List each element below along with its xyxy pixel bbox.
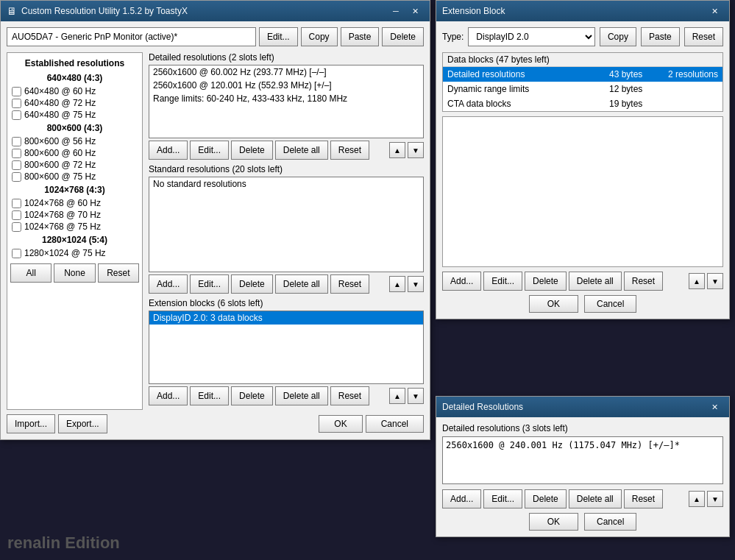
standard-resolutions-title: Standard resolutions (20 slots left): [149, 164, 424, 174]
extension-delete-button[interactable]: Delete: [231, 386, 273, 405]
detailed-delete-all-button[interactable]: Delete all: [275, 141, 328, 160]
checkbox-1024-60[interactable]: [12, 199, 21, 208]
standard-down-button[interactable]: ▼: [408, 276, 424, 292]
ext-copy-button[interactable]: Copy: [600, 27, 636, 46]
minimize-button[interactable]: ─: [387, 4, 405, 18]
detail-reset-button[interactable]: Reset: [624, 489, 663, 508]
detailed-down-button[interactable]: ▼: [408, 142, 424, 158]
main-cancel-button[interactable]: Cancel: [366, 415, 424, 433]
list-item[interactable]: Range limits: 60-240 Hz, 433-433 kHz, 11…: [149, 92, 423, 105]
checkbox-640-72[interactable]: [12, 99, 21, 108]
close-button[interactable]: ✕: [406, 4, 424, 18]
list-item: 1024×768 @ 60 Hz: [10, 197, 139, 209]
ext-close-button[interactable]: ✕: [706, 4, 723, 18]
extension-blocks-title: Extension blocks (6 slots left): [149, 298, 424, 308]
list-item: 1024×768 @ 70 Hz: [10, 209, 139, 221]
none-button[interactable]: None: [54, 263, 95, 283]
detailed-reset-button[interactable]: Reset: [330, 141, 369, 160]
all-button[interactable]: All: [10, 263, 52, 283]
extension-up-button[interactable]: ▲: [389, 388, 405, 404]
ext-blocks-delete-all-button[interactable]: Delete all: [569, 272, 622, 291]
detail-subtitle: Detailed resolutions (3 slots left): [442, 423, 723, 433]
delete-monitor-button[interactable]: Delete: [382, 27, 424, 46]
detail-edit-button[interactable]: Edit...: [483, 489, 522, 508]
list-item[interactable]: 2560x1600 @ 120.001 Hz (552.93 MHz) [+/–…: [149, 79, 423, 92]
standard-delete-button[interactable]: Delete: [231, 274, 273, 294]
ext-blocks-reset-button[interactable]: Reset: [624, 272, 663, 291]
reset-established-button[interactable]: Reset: [98, 263, 139, 283]
detail-title-bar: Detailed Resolutions ✕: [436, 397, 729, 417]
standard-edit-button[interactable]: Edit...: [190, 274, 229, 294]
paste-monitor-button[interactable]: Paste: [341, 27, 380, 46]
ext-paste-button[interactable]: Paste: [641, 27, 680, 46]
import-button[interactable]: Import...: [7, 414, 55, 433]
detailed-delete-button[interactable]: Delete: [231, 141, 273, 160]
detail-down-button[interactable]: ▼: [707, 491, 723, 507]
checkbox-800-75[interactable]: [12, 172, 21, 182]
res-label: 1280×1024 @ 75 Hz: [24, 248, 106, 258]
detail-ok-button[interactable]: OK: [529, 513, 578, 531]
ext-blocks-up-button[interactable]: ▲: [689, 273, 705, 289]
detail-delete-button[interactable]: Delete: [525, 489, 567, 508]
extension-add-button[interactable]: Add...: [149, 386, 188, 405]
checkbox-800-60[interactable]: [12, 149, 21, 158]
detailed-add-button[interactable]: Add...: [149, 141, 188, 160]
standard-reset-button[interactable]: Reset: [330, 274, 369, 294]
checkbox-1024-75[interactable]: [12, 222, 21, 232]
checkbox-1024-70[interactable]: [12, 210, 21, 220]
ext-ok-button[interactable]: OK: [529, 295, 578, 313]
list-item[interactable]: Detailed resolutions 43 bytes 2 resoluti…: [443, 67, 722, 82]
list-item[interactable]: CTA data blocks 19 bytes: [443, 96, 722, 111]
checkbox-640-60[interactable]: [12, 87, 21, 96]
ext-cancel-button[interactable]: Cancel: [584, 295, 636, 313]
detailed-edit-button[interactable]: Edit...: [190, 141, 229, 160]
extension-blocks-listbox[interactable]: DisplayID 2.0: 3 data blocks: [149, 311, 424, 384]
list-item[interactable]: Dynamic range limits 12 bytes: [443, 82, 722, 96]
ext-blocks-delete-button[interactable]: Delete: [525, 272, 567, 291]
standard-up-button[interactable]: ▲: [389, 276, 405, 292]
checkbox-800-56[interactable]: [12, 137, 21, 146]
background-text: renalin Edition: [7, 534, 120, 553]
export-button[interactable]: Export...: [58, 414, 107, 433]
checkbox-1280-75[interactable]: [12, 249, 21, 258]
res-label: 800×600 @ 75 Hz: [24, 171, 96, 182]
checkbox-640-75[interactable]: [12, 110, 21, 120]
list-item[interactable]: 2560x1600 @ 60.002 Hz (293.77 MHz) [–/–]: [149, 65, 423, 79]
standard-resolutions-listbox[interactable]: No standard resolutions: [149, 177, 424, 272]
standard-delete-all-button[interactable]: Delete all: [275, 274, 328, 294]
copy-monitor-button[interactable]: Copy: [301, 27, 338, 46]
extension-down-button[interactable]: ▼: [408, 388, 424, 404]
extension-edit-button[interactable]: Edit...: [190, 386, 229, 405]
list-item[interactable]: No standard resolutions: [149, 177, 423, 191]
data-blocks-list: Detailed resolutions 43 bytes 2 resoluti…: [443, 67, 722, 111]
detailed-resolutions-listbox[interactable]: 2560x1600 @ 60.002 Hz (293.77 MHz) [–/–]…: [149, 65, 424, 138]
ext-reset-button[interactable]: Reset: [684, 27, 723, 46]
detail-add-button[interactable]: Add...: [442, 489, 481, 508]
detail-close-button[interactable]: ✕: [706, 400, 723, 414]
extension-reset-button[interactable]: Reset: [330, 386, 369, 405]
list-item[interactable]: DisplayID 2.0: 3 data blocks: [149, 311, 423, 325]
detail-up-button[interactable]: ▲: [689, 491, 705, 507]
edit-monitor-button[interactable]: Edit...: [259, 27, 298, 46]
checkbox-800-72[interactable]: [12, 160, 21, 170]
monitor-select[interactable]: AUO5DA7 - Generic PnP Monitor (active)*: [7, 27, 256, 46]
detail-content-textarea[interactable]: 2560x1600 @ 240.001 Hz (1175.047 MHz) [+…: [442, 436, 723, 484]
detailed-up-button[interactable]: ▲: [389, 142, 405, 158]
main-ok-button[interactable]: OK: [319, 415, 362, 433]
res-label: 800×600 @ 72 Hz: [24, 160, 96, 170]
group-1280-header: 1280×1024 (5:4): [10, 233, 139, 247]
res-label: 1024×768 @ 75 Hz: [24, 221, 101, 232]
monitor-bar: AUO5DA7 - Generic PnP Monitor (active)* …: [7, 27, 424, 46]
list-item: 640×480 @ 60 Hz: [10, 85, 139, 97]
standard-add-button[interactable]: Add...: [149, 274, 188, 294]
ext-blocks-add-button[interactable]: Add...: [442, 272, 481, 291]
res-label: 800×600 @ 56 Hz: [24, 136, 96, 146]
detail-cancel-button[interactable]: Cancel: [584, 513, 636, 531]
res-label: 640×480 @ 60 Hz: [24, 86, 96, 96]
type-select[interactable]: DisplayID 2.0: [468, 27, 595, 46]
ext-blocks-edit-button[interactable]: Edit...: [483, 272, 522, 291]
block-count: 2 resolutions: [659, 69, 718, 79]
extension-delete-all-button[interactable]: Delete all: [275, 386, 328, 405]
detail-delete-all-button[interactable]: Delete all: [569, 489, 622, 508]
ext-blocks-down-button[interactable]: ▼: [707, 273, 723, 289]
